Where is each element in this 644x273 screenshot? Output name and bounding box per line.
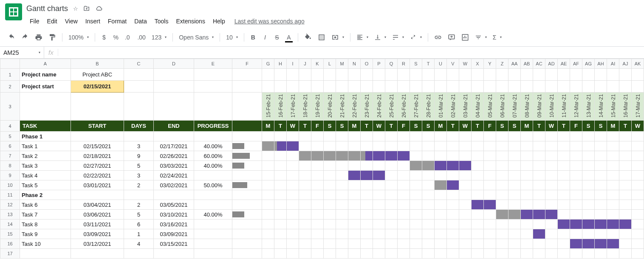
- row-header-15[interactable]: 15: [0, 229, 20, 239]
- gantt-cell[interactable]: [459, 141, 472, 151]
- gantt-cell[interactable]: [287, 151, 299, 161]
- gantt-cell[interactable]: [545, 220, 558, 229]
- cell[interactable]: [435, 132, 447, 141]
- dow-header[interactable]: W: [632, 121, 644, 132]
- gantt-cell[interactable]: [422, 210, 435, 220]
- col-header-B[interactable]: B: [71, 59, 124, 69]
- gantt-cell[interactable]: [435, 229, 447, 239]
- gantt-cell[interactable]: [545, 151, 558, 161]
- gantt-cell[interactable]: [459, 180, 472, 190]
- italic-button[interactable]: I: [260, 31, 271, 43]
- cell[interactable]: [422, 132, 435, 141]
- gantt-cell[interactable]: [311, 239, 324, 249]
- date-header[interactable]: 28-Feb-21: [422, 93, 435, 121]
- gantt-cell[interactable]: [619, 141, 632, 151]
- gantt-cell[interactable]: [361, 180, 373, 190]
- gantt-cell[interactable]: [324, 141, 336, 151]
- cell[interactable]: [71, 249, 124, 259]
- row-header-16[interactable]: 16: [0, 239, 20, 249]
- gantt-cell[interactable]: [496, 180, 508, 190]
- cell[interactable]: [398, 249, 410, 259]
- cell[interactable]: [582, 81, 595, 93]
- cell[interactable]: [299, 132, 311, 141]
- gantt-cell[interactable]: [508, 220, 521, 229]
- menu-extensions[interactable]: Extensions: [172, 16, 208, 26]
- row-header-6[interactable]: 6: [0, 141, 20, 151]
- cell[interactable]: [274, 81, 287, 93]
- row-header-2[interactable]: 2: [0, 81, 20, 93]
- date-header[interactable]: 15-Feb-21: [262, 93, 274, 121]
- gantt-cell[interactable]: [422, 151, 435, 161]
- cell[interactable]: [287, 249, 299, 259]
- gantt-cell[interactable]: [459, 161, 472, 171]
- task-end[interactable]: 02/24/2021: [154, 171, 194, 180]
- cell[interactable]: [361, 249, 373, 259]
- gantt-cell[interactable]: [558, 220, 570, 229]
- gantt-cell[interactable]: [447, 180, 459, 190]
- gantt-cell[interactable]: [299, 210, 311, 220]
- cell[interactable]: [558, 69, 570, 81]
- cell[interactable]: [373, 249, 385, 259]
- gantt-cell[interactable]: [570, 180, 582, 190]
- gantt-cell[interactable]: [385, 210, 398, 220]
- cell[interactable]: [324, 69, 336, 81]
- gantt-cell[interactable]: [607, 171, 619, 180]
- task-end[interactable]: 03/02/2021: [154, 180, 194, 190]
- cell[interactable]: [521, 81, 533, 93]
- cell[interactable]: [521, 132, 533, 141]
- col-header-T[interactable]: T: [422, 59, 435, 69]
- gantt-cell[interactable]: [435, 210, 447, 220]
- gantt-cell[interactable]: [435, 141, 447, 151]
- gantt-cell[interactable]: [508, 239, 521, 249]
- task-end[interactable]: 03/03/2021: [154, 161, 194, 171]
- gantt-cell[interactable]: [336, 180, 348, 190]
- cell[interactable]: [632, 132, 644, 141]
- cell[interactable]: [373, 132, 385, 141]
- gantt-cell[interactable]: [410, 220, 422, 229]
- cell[interactable]: [496, 69, 508, 81]
- filter-button[interactable]: [472, 31, 489, 43]
- gantt-cell[interactable]: [299, 180, 311, 190]
- cell[interactable]: [194, 132, 232, 141]
- gantt-cell[interactable]: [385, 239, 398, 249]
- gantt-cell[interactable]: [558, 200, 570, 210]
- date-header[interactable]: 25-Feb-21: [385, 93, 398, 121]
- dow-header[interactable]: T: [385, 121, 398, 132]
- gantt-cell[interactable]: [373, 151, 385, 161]
- gantt-cell[interactable]: [422, 161, 435, 171]
- row-header-10[interactable]: 10: [0, 180, 20, 190]
- col-header-Z[interactable]: Z: [496, 59, 508, 69]
- cell[interactable]: [194, 249, 232, 259]
- date-header[interactable]: 22-Feb-21: [348, 93, 361, 121]
- dow-header[interactable]: S: [508, 121, 521, 132]
- cell[interactable]: [558, 249, 570, 259]
- date-header[interactable]: 13-Mar-21: [582, 93, 595, 121]
- cell[interactable]: [154, 132, 194, 141]
- gantt-cell[interactable]: [435, 161, 447, 171]
- gantt-cell[interactable]: [324, 229, 336, 239]
- gantt-cell[interactable]: [336, 239, 348, 249]
- gantt-cell[interactable]: [361, 151, 373, 161]
- gantt-cell[interactable]: [385, 171, 398, 180]
- date-header[interactable]: 14-Mar-21: [595, 93, 607, 121]
- cell[interactable]: [533, 132, 545, 141]
- gantt-cell[interactable]: [496, 161, 508, 171]
- date-header[interactable]: 18-Feb-21: [299, 93, 311, 121]
- cell[interactable]: [410, 69, 422, 81]
- gantt-cell[interactable]: [595, 200, 607, 210]
- gantt-cell[interactable]: [398, 171, 410, 180]
- gantt-cell[interactable]: [336, 151, 348, 161]
- cell[interactable]: [274, 69, 287, 81]
- gantt-cell[interactable]: [582, 151, 595, 161]
- cell[interactable]: [496, 81, 508, 93]
- cell[interactable]: [484, 132, 496, 141]
- gantt-cell[interactable]: [570, 151, 582, 161]
- gantt-cell[interactable]: [385, 180, 398, 190]
- col-header-K[interactable]: K: [311, 59, 324, 69]
- gantt-cell[interactable]: [311, 151, 324, 161]
- task-start[interactable]: 03/12/2021: [71, 239, 124, 249]
- cell[interactable]: [570, 132, 582, 141]
- gantt-cell[interactable]: [570, 161, 582, 171]
- currency-button[interactable]: $: [99, 31, 110, 43]
- project-start-value[interactable]: 02/15/2021: [71, 81, 124, 93]
